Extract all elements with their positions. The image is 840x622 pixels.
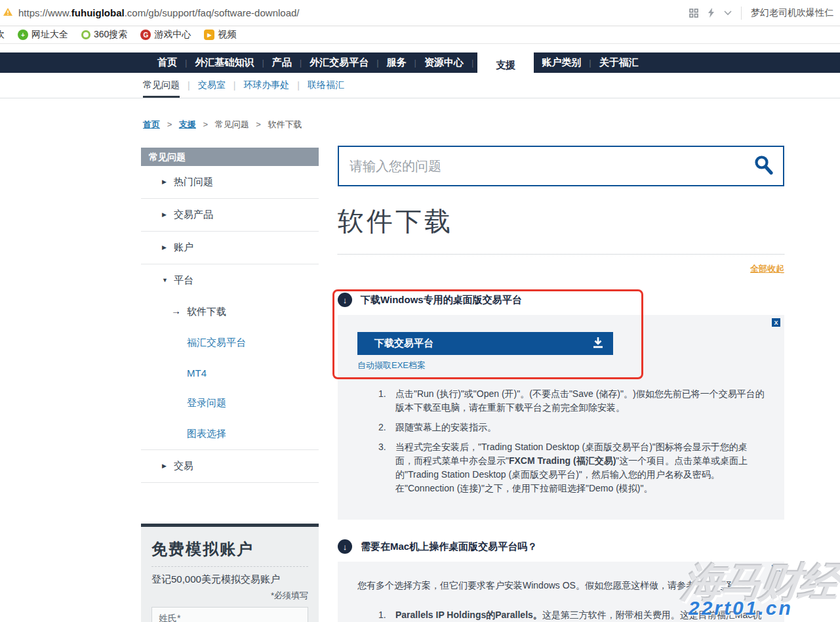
sidebar-item-account[interactable]: ▶ 账户 xyxy=(141,232,319,264)
last-name-field[interactable] xyxy=(151,607,308,622)
nav-forex-basics[interactable]: 外汇基础知识 xyxy=(187,56,262,69)
page-title: 软件下载 xyxy=(338,203,784,239)
bookmark-partial[interactable]: 欢 xyxy=(0,29,5,41)
collapsed-triangle-icon: ▶ xyxy=(162,244,167,251)
bookmark-video[interactable]: ▶ 视频 xyxy=(204,29,236,41)
nav-home[interactable]: 首页 xyxy=(150,56,185,69)
collapse-all-link[interactable]: 全部收起 xyxy=(750,264,784,274)
subnav-global-offices[interactable]: 环球办事处 xyxy=(243,73,289,98)
close-icon[interactable]: X xyxy=(772,318,780,327)
video-icon: ▶ xyxy=(204,30,214,40)
sidebar-item-trading-products[interactable]: ▶ 交易产品 xyxy=(141,199,319,232)
sidebar-item-trading[interactable]: ▶ 交易 xyxy=(141,450,319,483)
nav-site-icon: + xyxy=(18,30,28,40)
breadcrumb: 首页 > 支援 > 常见问题 > 软件下载 xyxy=(143,119,302,131)
breadcrumb-faq: 常见问题 xyxy=(215,119,249,129)
sidebar-item-hot-questions[interactable]: ▶ 热门问题 xyxy=(141,166,319,199)
subnav-contact[interactable]: 联络福汇 xyxy=(308,73,344,98)
faq2-header[interactable]: ↓ 需要在Mac机上操作桌面版交易平台吗？ xyxy=(338,539,784,554)
step-item: 3. 当程式完全安装后，"Trading Station Desktop (桌面… xyxy=(378,440,765,495)
faq2-title: 需要在Mac机上操作桌面版交易平台吗？ xyxy=(361,541,537,553)
demo-form-subtitle: 登记50,000美元模拟交易账户 xyxy=(151,573,308,586)
subnav-faq[interactable]: 常见问题 xyxy=(143,73,180,98)
qr-code-icon[interactable] xyxy=(689,9,698,18)
chevron-down-icon[interactable] xyxy=(724,10,732,16)
security-warning-icon[interactable] xyxy=(3,7,13,19)
sidebar-header: 常见问题 xyxy=(141,148,319,166)
breadcrumb-support[interactable]: 支援 xyxy=(179,119,196,129)
sidebar-item-platform-expanded[interactable]: ▼ 平台 xyxy=(141,264,319,297)
subnav-trading-room[interactable]: 交易室 xyxy=(198,73,226,98)
sidebar-child-login-issues[interactable]: 登录问题 xyxy=(141,388,319,419)
download-arrow-icon: ↓ xyxy=(338,293,352,307)
browser-window: https://www.fuhuiglobal.com/gb/support/f… xyxy=(0,0,840,622)
dotted-divider xyxy=(338,254,784,255)
step-item: 1. 点击"Run (执行)"或"Open (开)"。(不要点击"Save (储… xyxy=(378,387,765,415)
browser-extension-text[interactable]: 梦幻老司机吹爆性仁 xyxy=(751,7,833,19)
bookmark-wangzhidaquan[interactable]: + 网址大全 xyxy=(18,29,68,41)
demo-form-title: 免费模拟账户 xyxy=(151,536,308,566)
sidebar-child-mt4[interactable]: MT4 xyxy=(141,358,319,388)
toolbar-divider xyxy=(741,7,742,20)
collapsed-triangle-icon: ▶ xyxy=(162,463,167,469)
search-icon[interactable] xyxy=(753,154,774,178)
sidebar-child-trading-station[interactable]: 福汇交易平台 xyxy=(141,327,319,358)
sidebar-child-chart-options[interactable]: 图表选择 xyxy=(141,419,319,449)
download-icon xyxy=(592,337,604,350)
nav-services[interactable]: 服务 xyxy=(379,56,414,69)
faq1-steps: 1. 点击"Run (执行)"或"Open (开)"。(不要点击"Save (储… xyxy=(378,387,765,495)
game-icon: G xyxy=(140,30,151,40)
bookmark-game-center[interactable]: G 游戏中心 xyxy=(140,29,191,41)
download-arrow-icon: ↓ xyxy=(338,539,352,554)
faq1-title: 下载Windows专用的桌面版交易平台 xyxy=(361,294,522,306)
main-navigation: 首页 | 外汇基础知识 | 产品 | 外汇交易平台 | 服务 | 资源中心 | … xyxy=(0,52,840,73)
question-search-box xyxy=(338,146,784,186)
exe-file-link[interactable]: 自动撷取EXE档案 xyxy=(357,360,426,371)
dashed-divider xyxy=(151,566,308,567)
nav-products[interactable]: 产品 xyxy=(264,56,300,69)
url-bar: https://www.fuhuiglobal.com/gb/support/f… xyxy=(0,0,840,26)
faq1-header[interactable]: ↓ 下载Windows专用的桌面版交易平台 xyxy=(338,293,784,307)
faq-sidebar: 常见问题 ▶ 热门问题 ▶ 交易产品 ▶ 账户 ▼ 平台 → 软件下载 福汇交易… xyxy=(141,148,319,622)
bookmark-360search[interactable]: 360搜索 xyxy=(81,29,127,41)
breadcrumb-home[interactable]: 首页 xyxy=(143,119,160,129)
nav-trading-platforms[interactable]: 外汇交易平台 xyxy=(302,56,376,69)
faq1-panel: X 下载交易平台 自动撷取EXE档案 1. 点击"Run (执行)"或"Open… xyxy=(338,315,784,520)
free-demo-account-form: 免费模拟账户 登记50,000美元模拟交易账户 *必须填写 xyxy=(141,524,319,622)
nav-about-fxcm[interactable]: 关于福汇 xyxy=(591,56,647,69)
lightning-icon[interactable] xyxy=(708,8,715,18)
download-platform-button[interactable]: 下载交易平台 xyxy=(357,332,613,355)
required-note: *必须填写 xyxy=(151,590,308,602)
ring-icon xyxy=(81,30,90,39)
search-input[interactable] xyxy=(350,159,753,174)
expanded-triangle-icon: ▼ xyxy=(162,277,168,283)
nav-account-types[interactable]: 账户类别 xyxy=(534,56,589,69)
sidebar-child-software-download-active[interactable]: → 软件下载 xyxy=(141,297,319,327)
step-item: 2. 跟随萤幕上的安装指示。 xyxy=(378,421,765,434)
watermark-url: 22rt01.cn xyxy=(689,597,793,619)
nav-support-active[interactable]: 支援 xyxy=(477,52,534,78)
collapsed-triangle-icon: ▶ xyxy=(162,178,167,185)
collapsed-triangle-icon: ▶ xyxy=(162,211,167,218)
breadcrumb-current: 软件下载 xyxy=(268,119,302,129)
bookmarks-bar: 欢 + 网址大全 360搜索 G 游戏中心 ▶ 视频 xyxy=(0,26,840,44)
active-arrow-icon: → xyxy=(171,305,181,316)
sub-navigation: 常见问题 | 交易室 | 环球办事处 | 联络福汇 xyxy=(0,73,840,98)
address-url[interactable]: https://www.fuhuiglobal.com/gb/support/f… xyxy=(18,7,300,18)
nav-resources[interactable]: 资源中心 xyxy=(416,56,471,69)
faq-content: 软件下载 全部收起 ↓ 下载Windows专用的桌面版交易平台 X 下载交易平台… xyxy=(338,146,784,622)
